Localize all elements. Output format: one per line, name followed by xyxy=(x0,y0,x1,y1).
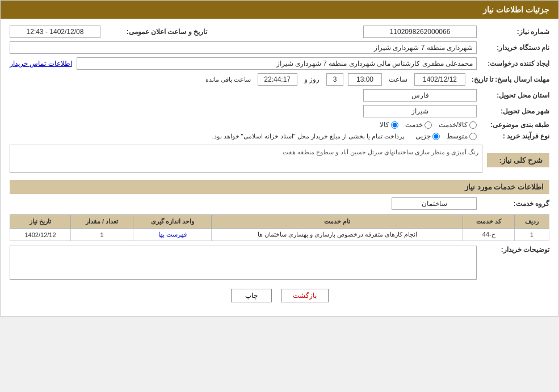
need-number-label: شماره نیاز: xyxy=(481,28,549,36)
buyer-org-row: نام دستگاه خریدار: شهرداری منطقه 7 شهردا… xyxy=(10,41,549,54)
days-label: روز و xyxy=(304,75,320,83)
category-kala-item: کالا xyxy=(380,121,398,129)
days-value: 3 xyxy=(326,73,343,86)
announce-label: تاریخ و ساعت اعلان عمومی: xyxy=(105,28,207,36)
process-jozi-radio[interactable] xyxy=(432,133,440,140)
description-section-label: شرح کلی نیاز: xyxy=(487,153,549,167)
print-button[interactable]: چاپ xyxy=(231,289,272,302)
deadline-label: مهلت ارسال پاسخ: تا تاریخ: xyxy=(470,75,549,83)
deadline-time: 13:00 xyxy=(348,73,382,86)
cell-code: ج-44 xyxy=(463,229,515,241)
description-box: رنگ آمیزی و منظر سازی ساختمانهای سرتل حس… xyxy=(10,145,482,173)
time-label: ساعت xyxy=(389,75,407,83)
process-jozi-item: جزیی xyxy=(415,132,440,140)
cell-row-num: 1 xyxy=(515,229,549,241)
description-section-header: شرح کلی نیاز: رنگ آمیزی و منظر سازی ساخت… xyxy=(10,145,549,173)
process-label: نوع فرآیند خرید : xyxy=(481,132,549,140)
need-number-row: شماره نیاز: 1102098262000066 تاریخ و ساع… xyxy=(10,26,549,38)
services-section-header: اطلاعات خدمات مورد نیاز xyxy=(10,180,549,194)
creator-label: ایجاد کننده درخواست: xyxy=(481,60,549,68)
creator-row: ایجاد کننده درخواست: محمدعلی مطفری کارشن… xyxy=(10,57,549,70)
category-kala-khadamat-radio[interactable] xyxy=(469,121,477,129)
province-value: فارس xyxy=(363,89,477,102)
province-row: استان محل تحویل: فارس xyxy=(10,89,549,102)
category-kala-khadamat-label: کالا/خدمت xyxy=(439,121,468,129)
services-table-container: ردیف کد خدمت نام خدمت واحد اندازه گیری ت… xyxy=(10,214,549,241)
process-motavaset-label: متوسط xyxy=(447,132,468,140)
cell-date: 1402/12/12 xyxy=(10,229,71,241)
city-value: شیراز xyxy=(363,105,477,117)
col-header-name: نام خدمت xyxy=(212,215,463,229)
category-row: طبقه بندی موضوعی: کالا/خدمت خدمت کالا xyxy=(10,121,549,129)
category-kala-radio[interactable] xyxy=(391,121,398,129)
city-row: شهر محل تحویل: شیراز xyxy=(10,105,549,117)
description-text: رنگ آمیزی و منظر سازی ساختمانهای سرتل حس… xyxy=(283,149,478,155)
process-radio-group: متوسط جزیی xyxy=(415,132,477,140)
process-motavaset-item: متوسط xyxy=(447,132,477,140)
remaining-label: ساعت باقی مانده xyxy=(205,76,251,83)
deadline-date: 1402/12/12 xyxy=(414,73,465,86)
deadline-row: مهلت ارسال پاسخ: تا تاریخ: 1402/12/12 سا… xyxy=(10,73,549,86)
service-group-label: گروه خدمت: xyxy=(481,200,549,208)
remaining-time: 22:44:17 xyxy=(258,73,297,86)
col-header-unit: واحد اندازه گیری xyxy=(133,215,212,229)
buyer-notes-row: توضیحات خریدار: xyxy=(10,246,549,280)
col-header-row: ردیف xyxy=(515,215,549,229)
cell-name: انجام کارهای متفرقه درخصوص بازسازی و بهس… xyxy=(212,229,463,241)
page-header: جزئیات اطلاعات نیاز xyxy=(1,1,558,19)
button-row: بازگشت چاپ xyxy=(10,289,549,302)
category-kala-khadamat-item: کالا/خدمت xyxy=(439,121,477,129)
service-group-value: ساختمان xyxy=(392,197,477,210)
col-header-qty: تعداد / مقدار xyxy=(71,215,133,229)
contact-link[interactable]: اطلاعات تماس خریدار xyxy=(10,60,72,68)
need-number-value: 1102098262000066 xyxy=(363,26,477,38)
province-label: استان محل تحویل: xyxy=(481,91,549,99)
back-button[interactable]: بازگشت xyxy=(281,289,329,302)
category-radio-group: کالا/خدمت خدمت کالا xyxy=(380,121,477,129)
cell-qty: 1 xyxy=(71,229,133,241)
col-header-code: کد خدمت xyxy=(463,215,515,229)
table-row: 1 ج-44 انجام کارهای متفرقه درخصوص بازساز… xyxy=(10,229,549,241)
process-row: نوع فرآیند خرید : متوسط جزیی پرداخت تمام… xyxy=(10,132,549,140)
service-group-row: گروه خدمت: ساختمان xyxy=(10,197,549,210)
category-label: طبقه بندی موضوعی: xyxy=(481,121,549,129)
category-khadamat-item: خدمت xyxy=(405,121,432,129)
process-motavaset-radio[interactable] xyxy=(469,133,477,140)
cell-unit: فهرست بها xyxy=(133,229,212,241)
buyer-org-value: شهرداری منطقه 7 شهرداری شیراز xyxy=(10,41,477,54)
process-jozi-label: جزیی xyxy=(415,132,431,140)
process-notice: پرداخت تمام یا بخشی از مبلغ خریدار محل "… xyxy=(212,133,404,140)
announce-value: 1402/12/08 - 12:43 xyxy=(10,26,100,38)
category-kala-label: کالا xyxy=(380,121,389,129)
buyer-notes-label: توضیحات خریدار: xyxy=(481,246,549,254)
page-title: جزئیات اطلاعات نیاز xyxy=(483,5,549,14)
buyer-org-label: نام دستگاه خریدار: xyxy=(481,44,549,52)
category-khadamat-label: خدمت xyxy=(405,121,423,129)
col-header-date: تاریخ نیاز xyxy=(10,215,71,229)
creator-value: محمدعلی مطفری کارشناس مالی شهرداری منطقه… xyxy=(77,57,477,70)
city-label: شهر محل تحویل: xyxy=(481,107,549,115)
buyer-notes-textarea[interactable] xyxy=(10,246,477,280)
services-table: ردیف کد خدمت نام خدمت واحد اندازه گیری ت… xyxy=(10,214,549,241)
category-khadamat-radio[interactable] xyxy=(424,121,432,129)
